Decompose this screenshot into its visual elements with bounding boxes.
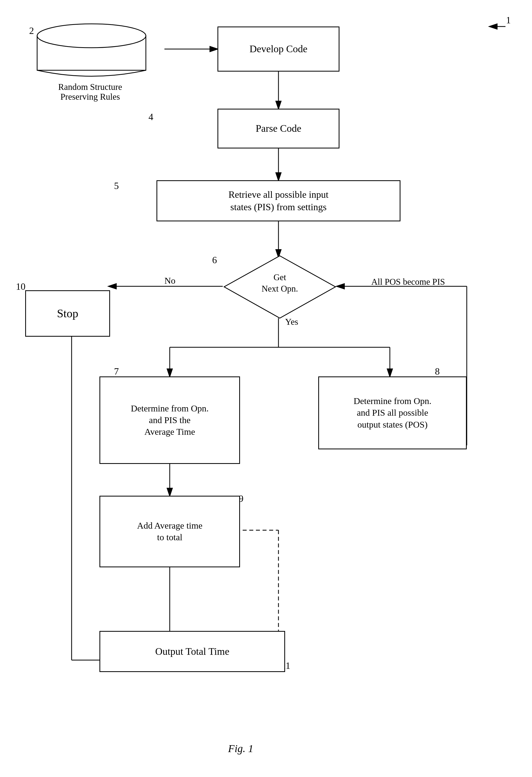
add-avg-box: Add Average timeto total bbox=[99, 496, 240, 567]
parse-code-box: Parse Code bbox=[217, 109, 339, 148]
ref-4: 4 bbox=[148, 111, 153, 122]
retrieve-pis-box: Retrieve all possible inputstates (PIS) … bbox=[156, 180, 401, 221]
fig-label: Fig. 1 bbox=[228, 742, 253, 755]
yes-label: Yes bbox=[285, 317, 298, 327]
svg-point-23 bbox=[37, 24, 146, 48]
ref1-arrow bbox=[484, 13, 516, 34]
develop-code-box: Develop Code bbox=[217, 26, 339, 72]
ref-10: 10 bbox=[16, 281, 25, 292]
diagram-container: 1 2 3 4 5 6 7 8 9 10 11 Random Structure… bbox=[0, 0, 532, 777]
ref-8: 8 bbox=[435, 366, 440, 377]
no-label: No bbox=[165, 276, 176, 286]
ref-7: 7 bbox=[114, 366, 119, 377]
diamond-node: GetNext Opn. bbox=[223, 254, 337, 319]
all-pos-label: All POS become PIS bbox=[371, 277, 445, 287]
cylinder-node bbox=[34, 21, 148, 80]
cylinder-label: Random StructurePreserving Rules bbox=[25, 82, 155, 102]
ref-2: 2 bbox=[29, 25, 34, 36]
ref-6: 6 bbox=[212, 254, 217, 265]
determine-avg-box: Determine from Opn.and PIS theAverage Ti… bbox=[99, 376, 240, 464]
determine-pos-box: Determine from Opn.and PIS all possibleo… bbox=[318, 376, 467, 449]
output-total-box: Output Total Time bbox=[99, 631, 285, 672]
diamond-label: GetNext Opn. bbox=[253, 272, 306, 295]
ref-5: 5 bbox=[114, 180, 119, 191]
stop-box: Stop bbox=[25, 290, 110, 337]
